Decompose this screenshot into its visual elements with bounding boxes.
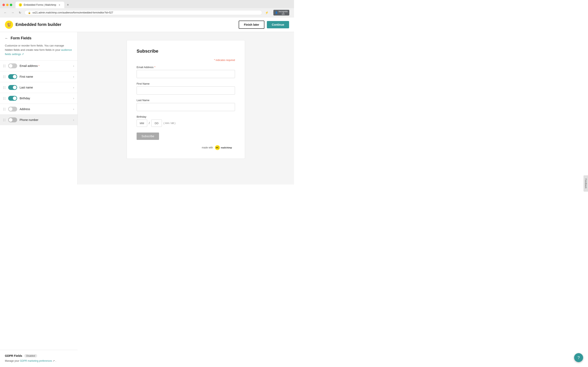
birthday-mm-input[interactable]: MM [137,119,147,127]
drag-handle-phone[interactable] [3,119,6,121]
tab-favicon-icon: C [19,3,22,7]
window-controls [2,4,12,6]
field-label-phone: Phone number [20,118,71,122]
required-note-text: indicates required [216,59,235,62]
chevron-icon-email: › [73,64,74,67]
field-label-birthday: Birthday [20,97,71,100]
svg-text:MC: MC [216,147,219,149]
drag-handle-birthday[interactable] [3,97,6,100]
minimize-window-button[interactable] [6,4,9,6]
tab-bar: C Embedded Forms | Mailchimp ✕ + [0,0,294,8]
profile-button[interactable]: 👤 Incognito (2) [278,10,284,16]
chevron-icon-phone: › [73,118,74,122]
toggle-email-address[interactable] [8,63,17,68]
field-item-phone-number[interactable]: Phone number › [0,114,77,125]
email-required-star: * [154,66,155,69]
chevron-icon-address: › [73,108,74,111]
made-with-label: made with [202,146,213,149]
address-bar-url: us21.admin.mailchimp.com/audience/forms/… [33,11,113,14]
toggle-first-name[interactable] [8,74,17,79]
chevron-icon-lastname: › [73,86,74,89]
sidebar-title: Form Fields [11,36,31,40]
form-field-birthday: Birthday MM / DD ( mm / dd ) [137,115,235,127]
sidebar: ← Form Fields Customize or reorder form … [0,32,78,184]
drag-handle-email[interactable] [3,65,6,67]
close-window-button[interactable] [2,4,5,6]
chevron-icon-firstname: › [73,75,74,78]
toggle-phone-number[interactable] [8,117,17,122]
birthday-separator: / [149,122,150,125]
main-layout: ← Form Fields Customize or reorder form … [0,32,294,184]
browser-actions: ⚡ ☆ 👤 Incognito (2) ⋮ [264,10,292,16]
header-actions: Finish later Continue [239,21,289,29]
svg-text:🐒: 🐒 [7,22,11,27]
chevron-icon-birthday: › [73,97,74,100]
address-bar[interactable]: 🔒 us21.admin.mailchimp.com/audience/form… [25,10,262,15]
lock-icon: 🔒 [28,11,31,14]
app-logo: 🐒 Embedded form builder [5,21,61,29]
back-nav-button[interactable]: ← [2,10,8,16]
form-title: Subscribe [137,49,235,54]
new-tab-button[interactable]: + [65,2,71,8]
form-field-label-email: Email Address * [137,66,235,69]
form-field-label-firstname: First Name [137,82,235,85]
sidebar-back-button[interactable]: ← [5,36,8,40]
form-field-email: Email Address * [137,66,235,78]
forward-nav-button[interactable]: → [10,10,16,16]
browser-chrome: C Embedded Forms | Mailchimp ✕ + ← → ↻ 🔒… [0,0,294,17]
reload-button[interactable]: ↻ [17,10,23,16]
field-item-address[interactable]: Address › [0,104,77,114]
form-field-label-lastname: Last Name [137,99,235,102]
required-star: * [39,65,40,67]
birthday-row: MM / DD ( mm / dd ) [137,119,235,127]
field-label-email: Email address * [20,64,71,67]
field-item-last-name[interactable]: Last name › [0,82,77,93]
browser-tab[interactable]: C Embedded Forms | Mailchimp ✕ [16,2,64,8]
email-address-input[interactable] [137,70,235,78]
address-bar-row: ← → ↻ 🔒 us21.admin.mailchimp.com/audienc… [0,8,294,17]
tab-title: Embedded Forms | Mailchimp [24,3,56,6]
form-field-firstname: First Name [137,82,235,95]
mailchimp-logo-icon: 🐒 [5,21,13,29]
subscribe-section: Subscribe [137,131,235,143]
sidebar-description: Customize or reorder form fields. You ca… [0,44,77,60]
drag-handle-lastname[interactable] [3,86,6,89]
mailchimp-brand-logo: MC mailchimp [215,145,235,150]
field-list: Email address * › First name › [0,60,77,125]
app-header: 🐒 Embedded form builder Finish later Con… [0,17,294,32]
toggle-birthday[interactable] [8,96,17,101]
mailchimp-logo-svg: MC mailchimp [215,145,235,150]
last-name-input[interactable] [137,103,235,111]
field-label-lastname: Last name [20,86,71,89]
made-with-footer: made with MC mailchimp [137,145,235,150]
svg-text:mailchimp: mailchimp [221,146,232,149]
extensions-button[interactable]: ⚡ [264,10,269,16]
drag-handle-firstname[interactable] [3,75,6,78]
subscribe-button[interactable]: Subscribe [137,133,159,140]
birthday-hint: ( mm / dd ) [164,122,175,125]
form-field-lastname: Last Name [137,99,235,111]
drag-handle-address[interactable] [3,108,6,110]
field-item-first-name[interactable]: First name › [0,71,77,82]
field-label-firstname: First name [20,75,71,78]
first-name-input[interactable] [137,86,235,95]
tab-close-button[interactable]: ✕ [58,3,61,7]
birthday-dd-input[interactable]: DD [151,119,162,127]
field-label-address: Address [20,108,71,111]
sidebar-header: ← Form Fields [0,32,77,44]
field-item-birthday[interactable]: Birthday › [0,93,77,104]
toggle-last-name[interactable] [8,85,17,90]
menu-button[interactable]: ⋮ [286,10,292,16]
required-note: * indicates required [137,59,235,62]
form-card: Subscribe * indicates required Email Add… [127,40,245,159]
form-field-label-birthday: Birthday [137,115,235,118]
app-title: Embedded form builder [16,22,61,27]
field-item-email-address[interactable]: Email address * › [0,60,77,71]
maximize-window-button[interactable] [10,4,12,6]
preview-area: Subscribe * indicates required Email Add… [78,32,294,184]
finish-later-button[interactable]: Finish later [239,21,265,29]
continue-button[interactable]: Continue [267,21,289,28]
toggle-address[interactable] [8,107,17,111]
svg-text:C: C [20,4,21,6]
